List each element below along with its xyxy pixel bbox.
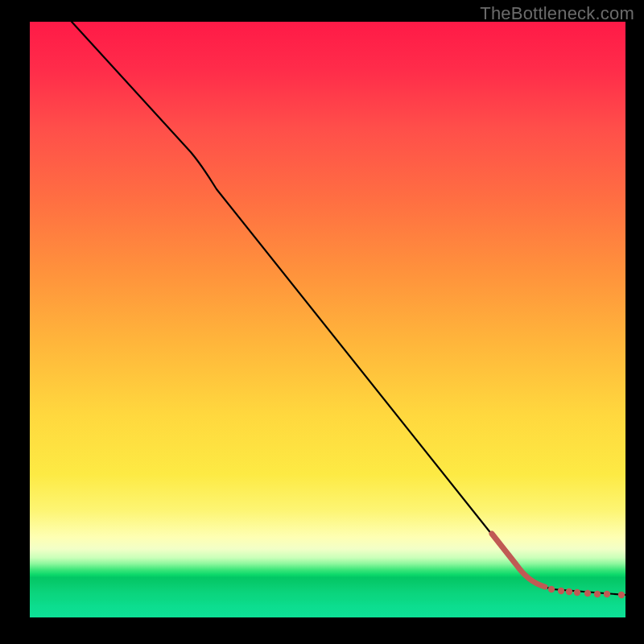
marker-dot: [574, 589, 580, 596]
marker-dot: [584, 590, 591, 597]
bottleneck-curve: [72, 22, 625, 595]
chart-overlay: [30, 22, 625, 617]
marker-dot: [594, 591, 601, 597]
chart-frame: TheBottleneck.com: [0, 0, 644, 644]
marker-dot: [618, 592, 625, 598]
marker-dot: [566, 588, 572, 595]
marker-dot: [604, 591, 610, 597]
marker-dot: [548, 586, 555, 592]
marker-dot: [558, 588, 564, 594]
highlight-segment: [492, 534, 545, 587]
